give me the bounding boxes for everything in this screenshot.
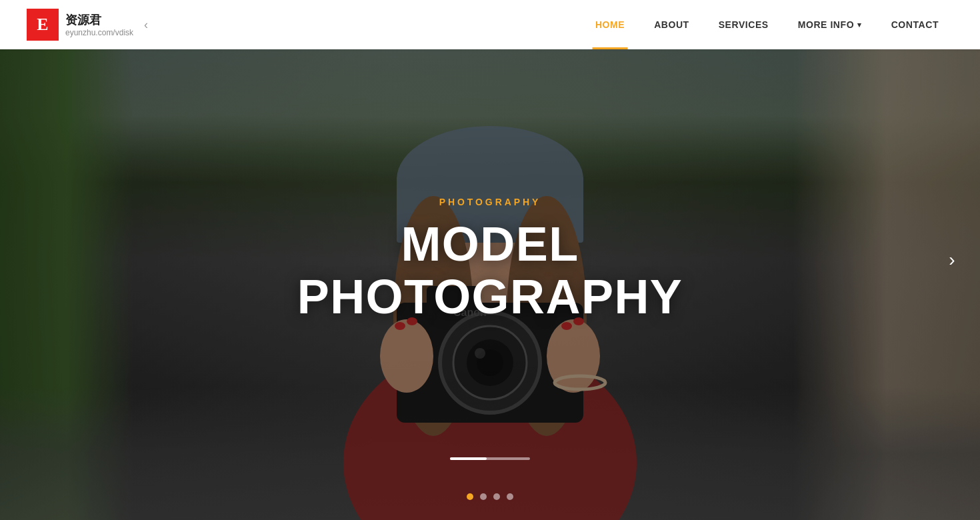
slider-dot-2[interactable]: [480, 493, 487, 500]
brand-name: 资源君: [65, 12, 133, 28]
slider-dots: [467, 493, 513, 500]
brand-collapse-arrow[interactable]: ‹: [144, 18, 148, 32]
nav-item-services[interactable]: SERVICES: [704, 0, 783, 49]
scroll-indicator: [450, 457, 530, 460]
scroll-bar: [450, 457, 530, 460]
hero-subtitle: PHOTOGRAPHY: [245, 197, 735, 207]
nav-links: HOME ABOUT SERVICES MORE INFO ▾ CONTACT: [581, 0, 953, 49]
brand-text: 资源君 eyunzhu.com/vdisk: [65, 12, 133, 37]
slider-dot-4[interactable]: [507, 493, 513, 500]
nav-item-more-info[interactable]: MORE INFO ▾: [783, 0, 877, 49]
nav-item-home[interactable]: HOME: [581, 0, 639, 49]
hero-section: Canon E 资源君 eyunzhu.com/vdisk ‹ HOME ABO…: [0, 0, 980, 520]
scroll-bar-fill: [450, 457, 487, 460]
slider-dot-3[interactable]: [493, 493, 500, 500]
navbar: E 资源君 eyunzhu.com/vdisk ‹ HOME ABOUT SER…: [0, 0, 980, 49]
slider-next-button[interactable]: ›: [937, 245, 967, 275]
nav-item-about[interactable]: ABOUT: [639, 0, 704, 49]
brand-icon: E: [27, 9, 59, 41]
hero-content: PHOTOGRAPHY MODEL PHOTOGRAPHY: [245, 197, 735, 323]
hero-title: MODEL PHOTOGRAPHY: [245, 218, 735, 323]
slider-dot-1[interactable]: [467, 493, 473, 500]
brand: E 资源君 eyunzhu.com/vdisk ‹: [27, 9, 148, 41]
brand-url: eyunzhu.com/vdisk: [65, 28, 133, 37]
more-info-dropdown-arrow: ▾: [857, 21, 862, 29]
nav-item-contact[interactable]: CONTACT: [877, 0, 953, 49]
